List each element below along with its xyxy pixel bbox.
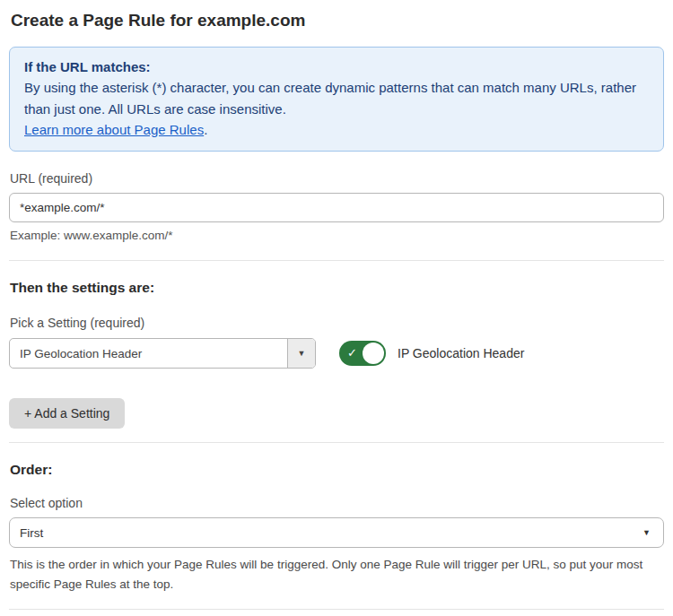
ip-geolocation-toggle[interactable]: ✓ (339, 341, 386, 366)
divider (9, 442, 664, 443)
url-match-info-box: If the URL matches: By using the asteris… (9, 47, 664, 152)
url-field-helper: Example: www.example.com/* (9, 229, 664, 242)
pick-setting-label: Pick a Setting (required) (9, 316, 664, 330)
setting-select-arrow-button[interactable]: ▼ (287, 339, 315, 368)
divider (9, 260, 664, 261)
order-select-value: First (20, 526, 642, 540)
order-select-label: Select option (9, 496, 664, 510)
toggle-knob (363, 343, 384, 364)
order-helper-text: This is the order in which your Page Rul… (9, 555, 664, 594)
setting-row: IP Geolocation Header ▼ ✓ IP Geolocation… (9, 338, 664, 369)
chevron-down-icon: ▼ (298, 349, 306, 358)
info-box-link-line: Learn more about Page Rules. (24, 119, 649, 140)
divider (9, 609, 664, 610)
info-box-heading: If the URL matches: (24, 56, 649, 77)
order-select[interactable]: First ▼ (9, 517, 664, 548)
url-field-label: URL (required) (9, 171, 664, 186)
toggle-label: IP Geolocation Header (398, 346, 524, 360)
settings-section-heading: Then the settings are: (9, 280, 664, 296)
setting-select-value: IP Geolocation Header (10, 339, 287, 368)
page-rules-help-link[interactable]: Learn more about Page Rules (24, 122, 204, 137)
chevron-down-icon: ▼ (642, 528, 651, 537)
url-input[interactable] (9, 193, 664, 222)
page-title: Create a Page Rule for example.com (9, 9, 664, 30)
check-icon: ✓ (347, 346, 357, 360)
link-suffix: . (204, 122, 207, 137)
page-rule-form: Create a Page Rule for example.com If th… (0, 0, 673, 616)
info-box-body: By using the asterisk (*) character, you… (24, 77, 649, 119)
add-setting-button[interactable]: + Add a Setting (9, 398, 125, 429)
setting-select[interactable]: IP Geolocation Header ▼ (9, 338, 316, 369)
order-section-heading: Order: (9, 462, 664, 478)
